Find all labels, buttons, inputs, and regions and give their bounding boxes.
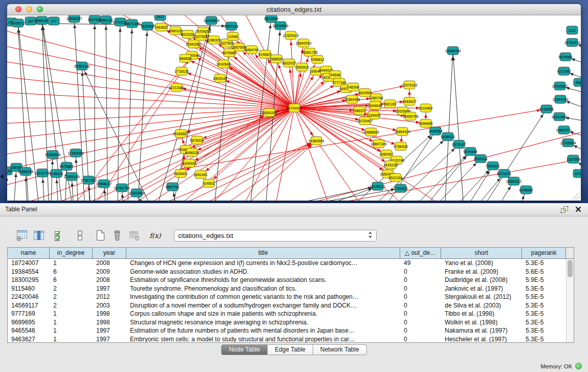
zoom-window-button[interactable] [37,6,43,12]
graph-node[interactable]: 7857224 [224,22,238,30]
graph-edge[interactable] [276,108,294,201]
graph-node[interactable]: 16033809 [203,16,219,25]
graph-node[interactable]: 6466162 [99,16,113,24]
graph-node[interactable]: 5875685 [222,49,236,57]
table-scrollbar[interactable] [566,259,574,342]
graph-node[interactable]: 30691406 [34,16,50,25]
graph-edge[interactable] [7,62,294,108]
graph-node[interactable]: 5938923 [441,133,454,141]
graph-node[interactable]: 18300295 [261,108,277,117]
graph-edge[interactable] [294,82,339,108]
graph-node[interactable]: 2405572 [11,19,25,27]
graph-node[interactable]: 15720407 [357,117,373,125]
graph-node[interactable]: 10958107 [96,180,112,188]
graph-node[interactable]: 9115460 [419,104,433,112]
graph-edge[interactable] [184,108,294,201]
graph-node[interactable]: 17957253 [80,176,96,184]
graph-edge[interactable] [118,22,120,201]
graph-node[interactable]: 1440954 [428,127,442,135]
column-header[interactable]: pagerank [522,248,566,258]
graph-node[interactable]: 12325419 [282,31,298,39]
close-panel-icon[interactable] [575,206,582,215]
graph-node[interactable]: 14136141 [369,182,385,190]
graph-edge[interactable] [7,108,294,154]
graph-node[interactable]: 7463822 [154,23,168,31]
graph-node[interactable]: 20206526 [45,150,60,159]
graph-node[interactable]: 7515526 [140,22,154,30]
graph-edge[interactable] [291,35,294,108]
graph-node[interactable]: 4064 [574,78,581,86]
graph-node[interactable]: 2718126 [175,67,188,75]
graph-node[interactable]: 7625402 [173,169,187,178]
graph-node[interactable]: 6379197 [452,140,466,148]
delete-table-icon[interactable] [127,229,141,242]
graph-node[interactable]: 20053346 [74,62,90,70]
graph-node[interactable]: 20364456 [344,95,360,103]
graph-edge[interactable] [453,51,463,201]
graph-node[interactable]: 746266 [347,83,359,91]
table-row[interactable]: 2242004622012Investigating the contribut… [8,293,566,301]
graph-node[interactable]: 9498226 [185,148,199,157]
graph-node[interactable]: 16671385 [124,19,140,28]
graph-node[interactable]: 12093822 [552,82,568,90]
graph-node[interactable]: 9474444 [463,147,477,156]
graph-node[interactable]: 1167551 [567,155,580,163]
column-header[interactable]: title [126,248,400,258]
graph-node[interactable]: 1145193 [50,169,63,178]
table-row[interactable]: 1830029562008Estimation of significance … [8,276,566,285]
table-row[interactable]: 946554611997Estimation of the future num… [8,326,566,335]
column-header[interactable]: name [8,248,50,258]
window-titlebar[interactable]: citations_edges.txt [7,4,581,15]
graph-node[interactable]: 2803144 [213,74,227,82]
graph-edge[interactable] [106,20,107,201]
table-row[interactable]: 1872400712008Changes of HCN gene express… [8,259,566,268]
graph-node[interactable]: 1604648 [368,101,382,110]
graph-edge[interactable] [461,166,493,201]
graph-node[interactable]: 2935114 [474,155,488,163]
graph-node[interactable]: 15751074 [564,38,580,47]
new-table-icon[interactable] [94,229,107,242]
tab-network-table[interactable]: Network Table [313,344,367,355]
table-select-dropdown[interactable]: citations_edges.txt [174,230,377,242]
graph-node[interactable]: 924502 [203,179,214,187]
graph-node[interactable]: 11568296 [18,167,34,176]
graph-node[interactable]: 1112 [567,26,578,34]
graph-node[interactable]: 1733426 [394,184,407,192]
graph-node[interactable]: 5878334 [190,136,204,144]
graph-edge[interactable] [189,141,316,201]
graph-node[interactable]: 962160 [384,100,396,108]
column-header[interactable]: year [93,248,126,258]
graph-node[interactable]: 10654112 [506,177,522,185]
graph-edge[interactable] [294,108,402,132]
graph-node[interactable]: 1691441 [193,170,207,179]
table-row[interactable]: 977716911998Corpus callosum shape and si… [8,310,566,318]
network-canvas[interactable]: 2412405572167306914061771065525715276026… [7,15,581,201]
graph-node[interactable]: 17016504 [560,139,576,147]
graph-node[interactable]: 7986372 [352,106,366,115]
graph-node[interactable]: 18495796 [402,112,418,120]
graph-node[interactable]: 12975115 [402,81,418,89]
scrollbar-thumb[interactable] [568,260,573,277]
graph-node[interactable]: 12213384 [168,83,184,92]
network-view-window[interactable]: citations_edges.txt 24124055721673069140… [7,4,581,201]
resize-grip-icon[interactable] [572,193,579,200]
graph-node[interactable]: 17359928 [68,149,83,157]
graph-node[interactable]: 2937 [155,15,166,20]
graph-node[interactable]: 2522154 [388,173,402,182]
graph-edge[interactable] [317,133,581,201]
graph-node[interactable]: 9756928 [394,142,407,150]
select-all-icon[interactable] [53,229,66,242]
graph-node[interactable]: 18807249 [371,140,386,148]
graph-node[interactable]: 15692971 [556,126,572,134]
graph-node[interactable]: 19384554 [308,137,324,145]
graph-node[interactable]: 9463627 [402,97,416,105]
graph-node[interactable]: 16782759 [114,184,129,192]
graph-node[interactable]: 9699695 [419,119,432,127]
graph-edge[interactable] [471,166,493,201]
graph-node[interactable]: 177 [48,17,59,25]
graph-node[interactable]: 10655257 [66,15,82,23]
graph-edge[interactable] [14,167,16,201]
table-row[interactable]: 911546021997Tourette syndrome. Phenomeno… [8,285,566,293]
graph-node[interactable]: 5912934 [181,30,194,38]
memory-status-icon[interactable] [575,363,582,369]
